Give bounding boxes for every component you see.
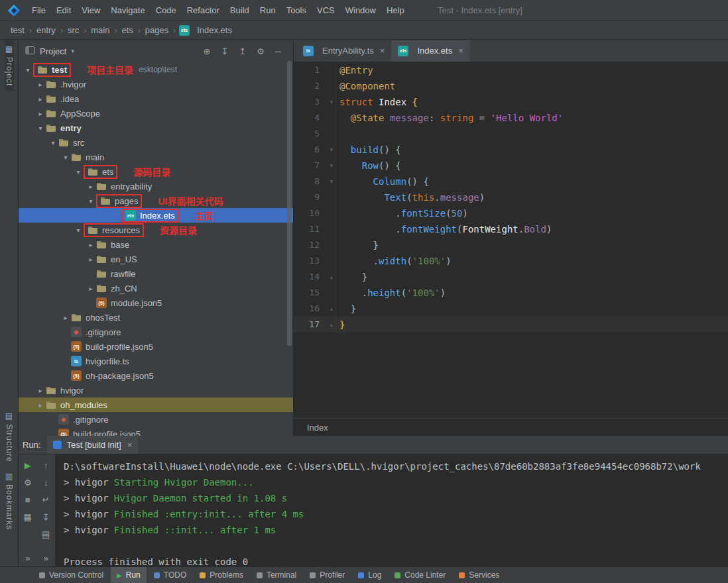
menu-code[interactable]: Code [151,3,182,18]
tree-item-src[interactable]: ▾src [19,135,294,150]
tree-item-build-profile-json5[interactable]: {5}build-profile.json5 [19,427,294,436]
breadcrumb-pages[interactable]: pages [144,24,170,36]
code-line-3[interactable]: 3▿struct Index { [294,94,728,110]
run-console[interactable]: D:\softwareInstall\Huawei\node\node.exe … [56,454,728,566]
scroll-to-end-icon[interactable]: ↧ [42,513,50,521]
chevron-down-icon[interactable]: ▾ [73,168,84,176]
collapse-all-icon[interactable]: ↧ [221,46,228,56]
tree-item-gitignore[interactable]: ◆.gitignore [19,325,294,339]
chevron-right-icon[interactable]: ▸ [35,95,46,103]
tree-item-hvigor[interactable]: ▸hvigor [19,383,294,398]
editor-breadcrumb-item[interactable]: Index [307,423,328,433]
prev-occurrence-icon[interactable]: ↑ [44,461,48,470]
fold-marker-icon[interactable]: ▿ [330,94,334,110]
close-icon[interactable]: × [380,46,385,56]
chevron-down-icon[interactable]: ▾ [23,66,33,74]
breadcrumb-ets[interactable]: ets [120,24,134,36]
menu-file[interactable]: File [27,3,51,18]
status-terminal[interactable]: Terminal [251,567,302,583]
menu-edit[interactable]: Edit [51,3,76,18]
fold-marker-icon[interactable]: ▿ [330,174,334,189]
tab-entryability-ts[interactable]: tsEntryAbility.ts× [296,40,391,62]
code-line-7[interactable]: 7▿ Row() { [294,158,728,174]
tree-item-base[interactable]: ▸base [19,237,294,252]
status-todo[interactable]: TODO [148,567,192,583]
menu-window[interactable]: Window [340,3,381,18]
tree-item-rawfile[interactable]: rawfile [19,266,294,281]
status-run[interactable]: ▶Run [111,567,147,583]
expand-all-icon[interactable]: ↥ [239,46,246,56]
chevron-down-icon[interactable]: ▾ [73,227,84,234]
tree-item-oh-package-json5[interactable]: {5}oh-package.json5 [19,368,294,383]
status-version-control[interactable]: Version Control [33,567,109,583]
status-services[interactable]: Services [453,567,505,583]
restore-layout-icon[interactable]: ▦ [24,513,32,521]
chevron-right-icon[interactable]: ▸ [35,81,46,88]
tree-item-en-us[interactable]: ▸en_US [19,252,294,266]
menu-navigate[interactable]: Navigate [105,3,150,18]
tree-item-pages[interactable]: ▾pagesUI界面相关代码 [19,193,294,208]
tree-item-test[interactable]: ▾test项目主目录esktop\test [19,62,294,77]
tree-item-module-json5[interactable]: {5}module.json5 [19,295,294,310]
project-scrollbar[interactable] [287,61,292,346]
stripe-structure[interactable]: ▤Structure [0,407,18,467]
chevron-right-icon[interactable]: ▸ [86,241,96,248]
tree-item-zh-cn[interactable]: ▸zh_CN [19,281,294,295]
dropdown-icon[interactable]: ▾ [71,48,74,54]
code-line-14[interactable]: 14▵ } [294,269,728,285]
chevron-right-icon[interactable]: ▸ [86,256,96,263]
tree-item-index-ets[interactable]: etsIndex.ets主页 [19,208,294,223]
code-line-10[interactable]: 10 .fontSize(50) [294,205,728,221]
stripe-project[interactable]: ▦Project [5,40,14,91]
chevron-down-icon[interactable]: ▾ [48,139,58,146]
status-problems[interactable]: Problems [194,567,249,583]
breadcrumb-entry[interactable]: entry [35,24,57,36]
fold-marker-icon[interactable]: ▿ [330,142,334,158]
settings-icon[interactable]: ⚙ [257,46,265,56]
menu-vcs[interactable]: VCS [312,3,340,18]
tree-item-ets[interactable]: ▾ets源码目录 [19,164,294,179]
chevron-down-icon[interactable]: ▾ [35,125,46,132]
print-icon[interactable]: ▤ [42,530,50,539]
close-icon[interactable]: × [127,440,133,450]
tab-index-ets[interactable]: etsIndex.ets× [391,40,469,62]
chevron-right-icon[interactable]: ▸ [86,183,96,190]
code-line-5[interactable]: 5 [294,126,728,142]
status-code-linter[interactable]: Code Linter [389,567,452,583]
status-log[interactable]: Log [352,567,387,583]
chevron-right-icon[interactable]: ▸ [35,387,46,394]
breadcrumb-test[interactable]: test [9,24,26,36]
next-occurrence-icon[interactable]: ↓ [44,478,48,487]
code-line-2[interactable]: 2@Component [294,78,728,94]
code-line-8[interactable]: 8▿ Column() { [294,174,728,189]
menu-refactor[interactable]: Refactor [182,3,225,18]
chevron-right-icon[interactable]: ▸ [60,314,71,321]
fold-marker-icon[interactable]: ▵ [330,317,334,333]
tree-item-main[interactable]: ▾main [19,150,294,164]
fold-marker-icon[interactable]: ▿ [330,158,334,174]
tree-item-hvigorfile-ts[interactable]: tshvigorfile.ts [19,354,294,368]
chevron-right-icon[interactable]: ▸ [86,285,96,292]
more-left-icon[interactable]: » [25,554,30,562]
build-settings-icon[interactable]: ⚙ [24,478,32,487]
code-line-9[interactable]: 9 Text(this.message) [294,189,728,205]
select-opened-file-icon[interactable]: ⊕ [203,46,210,56]
chevron-down-icon[interactable]: ▾ [60,154,71,161]
tree-item-entryability[interactable]: ▸entryability [19,179,294,193]
tree-item-build-profile-json5[interactable]: {5}build-profile.json5 [19,339,294,354]
menu-help[interactable]: Help [381,3,410,18]
code-line-17[interactable]: 17▵} [294,317,728,333]
tree-item-appscope[interactable]: ▸AppScope [19,106,294,121]
chevron-right-icon[interactable]: ▸ [35,401,46,409]
hide-panel-icon[interactable]: ─ [275,46,281,56]
code-line-11[interactable]: 11 .fontWeight(FontWeight.Bold) [294,221,728,237]
chevron-right-icon[interactable]: ▸ [35,110,46,117]
fold-marker-icon[interactable]: ▵ [330,301,334,317]
code-line-1[interactable]: 1@Entry [294,62,728,78]
tree-item-entry[interactable]: ▾entry [19,121,294,135]
menu-run[interactable]: Run [255,3,281,18]
chevron-down-icon[interactable]: ▾ [86,197,96,205]
tree-item-resources[interactable]: ▾resources资源目录 [19,223,294,237]
tree-item-idea[interactable]: ▸.idea [19,91,294,106]
code-line-12[interactable]: 12 } [294,237,728,253]
